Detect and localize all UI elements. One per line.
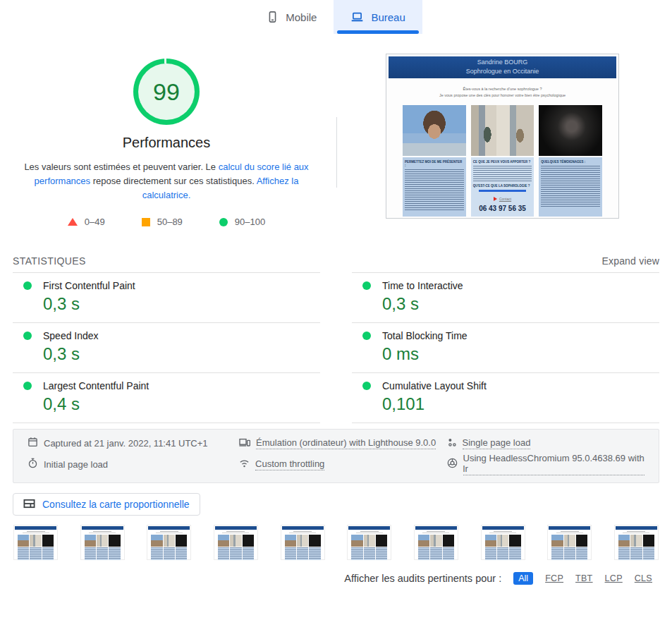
tab-bureau[interactable]: Bureau — [334, 0, 422, 34]
device-tabs: Mobile Bureau — [0, 0, 672, 34]
preview-tagline: Êtes-vous à la recherche d'une sophrolog… — [389, 86, 616, 99]
initial-page-load: Initial page load — [28, 453, 239, 475]
filter-chip-tbt[interactable]: TBT — [575, 573, 593, 583]
metric-tbt: Total Blocking Time 0 ms — [352, 323, 659, 373]
tab-mobile-label: Mobile — [286, 11, 317, 23]
preview-site-header: Sandrine BOURG Sophrologue en Occitanie — [389, 56, 616, 78]
filmstrip-thumb — [214, 525, 258, 560]
metric-pass-icon — [362, 281, 371, 290]
statistics-title: STATISTIQUES — [13, 255, 86, 267]
filmstrip — [13, 525, 659, 560]
preview-phone-number: 06 43 97 56 35 — [473, 205, 532, 212]
throttling-info: Custom throttling — [239, 453, 446, 475]
filter-chip-fcp[interactable]: FCP — [545, 573, 563, 583]
metric-pass-icon — [23, 382, 32, 390]
devices-icon — [239, 437, 250, 449]
metric-speed-index: Speed Index 0,3 s — [13, 323, 320, 373]
preview-col-presentation: PERMETTEZ MOI DE ME PRÉSENTER : — [403, 105, 466, 217]
legend-average: 50–89 — [142, 217, 183, 227]
filmstrip-thumb — [614, 525, 659, 560]
filmstrip-thumb — [80, 525, 125, 560]
filmstrip-thumb — [13, 525, 58, 560]
legend-fail: 0–49 — [68, 217, 105, 227]
chromium-info: Using HeadlessChromium 95.0.4638.69 with… — [447, 453, 644, 475]
filmstrip-thumb — [481, 525, 525, 560]
emulation-info: Émulation (ordinateur) with Lighthouse 9… — [239, 437, 446, 449]
filter-chip-all[interactable]: All — [513, 572, 533, 585]
preview-photo-room — [471, 105, 534, 156]
chromium-icon — [447, 458, 458, 470]
metric-pass-icon — [362, 382, 371, 390]
calendar-icon — [28, 437, 38, 449]
fail-triangle-icon — [68, 218, 78, 226]
expand-view-button[interactable]: Expand view — [601, 255, 659, 267]
performance-score-value: 99 — [153, 78, 180, 106]
metric-fcp: First Contentful Paint 0,3 s — [13, 273, 320, 323]
treemap-button[interactable]: Consultez la carte proportionnelle — [13, 493, 200, 516]
final-screenshot-preview: Sandrine BOURG Sophrologue en Occitanie … — [386, 54, 619, 219]
performance-score-gauge[interactable]: 99 — [133, 59, 200, 125]
preview-column: Sandrine BOURG Sophrologue en Occitanie … — [333, 54, 672, 227]
tab-bureau-label: Bureau — [371, 11, 405, 23]
summary-section: 99 Performances Les valeurs sont estimée… — [0, 34, 672, 227]
tab-mobile[interactable]: Mobile — [250, 0, 334, 34]
metric-tti: Time to Interactive 0,3 s — [352, 273, 659, 323]
audit-filter-label: Afficher les audits pertinents pour : — [344, 573, 501, 584]
filter-chip-lcp[interactable]: LCP — [605, 573, 623, 583]
score-description: Les valeurs sont estimées et peuvent var… — [18, 160, 314, 202]
average-square-icon — [142, 218, 150, 226]
performance-title: Performances — [0, 135, 333, 151]
preview-col-services: CE QUE JE PEUX VOUS APPORTER ? QU'EST-CE… — [471, 105, 534, 217]
filmstrip-thumb — [147, 525, 191, 560]
filmstrip-thumb — [281, 525, 325, 560]
score-legend: 0–49 50–89 90–100 — [0, 217, 333, 227]
metric-pass-icon — [23, 332, 32, 340]
stopwatch-icon — [28, 458, 38, 470]
metrics-grid: First Contentful Paint 0,3 s Speed Index… — [13, 272, 659, 423]
metric-cls: Cumulative Layout Shift 0,101 — [352, 373, 659, 423]
runtime-settings-bar: Captured at 21 janv. 2022, 11:41 UTC+1 É… — [13, 429, 659, 483]
filter-chip-cls[interactable]: CLS — [635, 573, 652, 583]
filmstrip-thumb — [547, 525, 592, 560]
treemap-icon — [23, 498, 35, 511]
metric-lcp: Largest Contentful Paint 0,4 s — [13, 373, 320, 423]
preview-photo-woman — [403, 105, 466, 156]
preview-col-testimonials: QUELQUES TÉMOIGNAGES : — [539, 105, 602, 217]
preview-photo-man — [539, 105, 602, 156]
metric-pass-icon — [362, 332, 371, 340]
statistics-header: STATISTIQUES Expand view — [13, 255, 659, 267]
filmstrip-thumb — [347, 525, 391, 560]
filmstrip-thumb — [414, 525, 458, 560]
score-column: 99 Performances Les valeurs sont estimée… — [0, 54, 333, 227]
play-icon — [494, 197, 497, 201]
pass-circle-icon — [219, 218, 228, 226]
page-load-icon — [447, 437, 457, 449]
audit-filter-row: Afficher les audits pertinents pour : Al… — [0, 572, 652, 585]
legend-pass: 90–100 — [219, 217, 265, 227]
column-divider — [336, 117, 337, 188]
network-icon — [239, 458, 250, 470]
laptop-icon — [350, 11, 364, 23]
smartphone-icon — [267, 11, 279, 23]
preview-site-link — [479, 190, 526, 192]
single-page-load: Single page load — [447, 437, 644, 449]
metric-pass-icon — [23, 281, 32, 290]
captured-at: Captured at 21 janv. 2022, 11:41 UTC+1 — [28, 437, 239, 449]
